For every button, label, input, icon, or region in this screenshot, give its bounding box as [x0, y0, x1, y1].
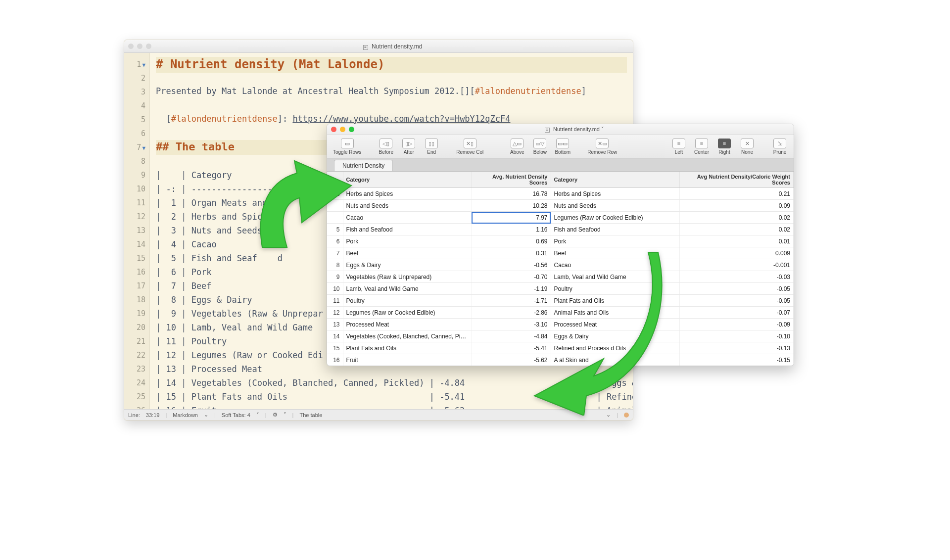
- table-row[interactable]: 14Vegetables (Cooked, Blanched, Canned, …: [327, 330, 794, 342]
- cell[interactable]: Poultry: [343, 295, 472, 307]
- cell[interactable]: -2.86: [472, 307, 551, 319]
- close-icon[interactable]: [128, 44, 134, 49]
- align-center-button[interactable]: ≡Center: [691, 138, 712, 156]
- cell[interactable]: Vegetables (Raw & Unprepared): [343, 271, 472, 283]
- cell[interactable]: -0.05: [679, 283, 794, 295]
- cell[interactable]: 10.28: [472, 200, 551, 212]
- table-row[interactable]: 6Pork0.69Pork0.01: [327, 235, 794, 247]
- cell[interactable]: 9: [327, 271, 343, 283]
- line-number[interactable]: 5: [124, 112, 149, 126]
- line-number[interactable]: 14: [124, 237, 149, 251]
- chevron-down-icon[interactable]: ⌄: [204, 412, 208, 418]
- table-row[interactable]: 11Poultry-1.71Plant Fats and Oils-0.05: [327, 295, 794, 307]
- line-number[interactable]: 22: [124, 348, 149, 362]
- cell[interactable]: 0.01: [679, 235, 794, 247]
- cell[interactable]: Eggs & Dairy: [551, 330, 679, 342]
- cell[interactable]: -4.84: [472, 330, 551, 342]
- table-row[interactable]: 8Eggs & Dairy-0.56Cacao-0.001: [327, 259, 794, 271]
- cell[interactable]: Processed Meat: [343, 319, 472, 330]
- line-number[interactable]: 24: [124, 375, 149, 389]
- minimize-icon[interactable]: [340, 127, 345, 132]
- line-number[interactable]: 2: [124, 71, 149, 85]
- cell[interactable]: Plant Fats and Oils: [551, 295, 679, 307]
- cell[interactable]: Refined and Process d Oils: [551, 342, 679, 354]
- line-number[interactable]: 15: [124, 251, 149, 265]
- toggle-rows-button[interactable]: ▭ Toggle Rows: [330, 138, 364, 156]
- data-grid[interactable]: Category Avg. Nutrient Density Scores Ca…: [327, 172, 794, 366]
- cell[interactable]: 6: [327, 235, 343, 247]
- remove-row-button[interactable]: ✕▭Remove Row: [584, 138, 620, 156]
- code-line[interactable]: Presented by Mat Lalonde at Ancestral He…: [156, 85, 627, 98]
- editor-titlebar[interactable]: ≡ Nutrient density.md: [124, 40, 633, 53]
- code-line[interactable]: [156, 98, 627, 112]
- cell[interactable]: Beef: [551, 247, 679, 259]
- line-number[interactable]: 16: [124, 265, 149, 279]
- status-line-pos[interactable]: 33:19: [146, 412, 160, 418]
- cell[interactable]: 0.69: [472, 235, 551, 247]
- cell[interactable]: Lamb, Veal and Wild Game: [343, 283, 472, 295]
- cell[interactable]: Vegetables (Cooked, Blanched, Canned, Pi…: [343, 330, 472, 342]
- code-line[interactable]: | 14 | Vegetables (Cooked, Blanched, Can…: [156, 376, 627, 390]
- cell[interactable]: -5.41: [472, 342, 551, 354]
- col-end-button[interactable]: ▯▯End: [421, 138, 442, 156]
- cell[interactable]: 0.02: [679, 212, 794, 224]
- chevron-down-icon[interactable]: ˅: [284, 412, 286, 418]
- cell[interactable]: Pork: [343, 235, 472, 247]
- table-row[interactable]: 7Beef0.31Beef0.009: [327, 247, 794, 259]
- cell[interactable]: 5: [327, 224, 343, 235]
- cell[interactable]: Herbs and Spices: [551, 188, 679, 200]
- cell[interactable]: -0.56: [472, 259, 551, 271]
- cell[interactable]: Processed Meat: [551, 319, 679, 330]
- cell[interactable]: 7: [327, 247, 343, 259]
- cell[interactable]: 14: [327, 330, 343, 342]
- header-idx[interactable]: [327, 172, 343, 188]
- align-left-button[interactable]: ≡Left: [668, 138, 690, 156]
- cell[interactable]: 16.78: [472, 188, 551, 200]
- table-row[interactable]: 5Fish and Seafood1.16Fish and Seafood0.0…: [327, 224, 794, 235]
- zoom-icon[interactable]: [146, 44, 151, 49]
- cell[interactable]: -1.19: [472, 283, 551, 295]
- table-row[interactable]: 2Herbs and Spices16.78Herbs and Spices0.…: [327, 188, 794, 200]
- cell[interactable]: Fish and Seafood: [343, 224, 472, 235]
- cell[interactable]: Cacao: [343, 212, 472, 224]
- table-row[interactable]: 12Legumes (Raw or Cooked Edible)-2.86Ani…: [327, 307, 794, 319]
- line-number[interactable]: 9: [124, 168, 149, 182]
- line-number[interactable]: 4: [124, 98, 149, 112]
- cell[interactable]: Pork: [551, 235, 679, 247]
- cell[interactable]: Animal Fats and Oils: [551, 307, 679, 319]
- cell[interactable]: -0.09: [679, 319, 794, 330]
- cell[interactable]: Beef: [343, 247, 472, 259]
- line-number[interactable]: 18: [124, 292, 149, 306]
- row-bottom-button[interactable]: ▭▭Bottom: [552, 138, 573, 156]
- cell[interactable]: 15: [327, 342, 343, 354]
- minimize-icon[interactable]: [137, 44, 142, 49]
- cell[interactable]: -0.05: [679, 295, 794, 307]
- row-below-button[interactable]: ▭▽Below: [529, 138, 551, 156]
- status-indicator-icon[interactable]: [624, 413, 629, 418]
- status-lang[interactable]: Markdown: [173, 412, 198, 418]
- zoom-icon[interactable]: [349, 127, 354, 132]
- line-number[interactable]: 17: [124, 279, 149, 292]
- line-number[interactable]: 23: [124, 362, 149, 375]
- cell[interactable]: 7.97: [472, 212, 551, 224]
- line-number[interactable]: 19: [124, 306, 149, 320]
- table-row[interactable]: Nuts and Seeds10.28Nuts and Seeds0.09: [327, 200, 794, 212]
- cell[interactable]: Legumes (Raw or Cooked Edible): [551, 212, 679, 224]
- table-row[interactable]: 15Plant Fats and Oils-5.41Refined and Pr…: [327, 342, 794, 354]
- table-row[interactable]: 16Fruit-5.62A al Skin and-0.15: [327, 354, 794, 366]
- cell[interactable]: 0.02: [679, 224, 794, 235]
- cell[interactable]: 0.09: [679, 200, 794, 212]
- line-number[interactable]: 11: [124, 195, 149, 209]
- cell[interactable]: -0.10: [679, 330, 794, 342]
- line-gutter[interactable]: 1▼234567▼8910111213141516171819202122232…: [124, 53, 150, 409]
- status-tabs[interactable]: Soft Tabs: 4: [222, 412, 250, 418]
- header-score[interactable]: Avg. Nutrient Density Scores: [472, 172, 551, 188]
- cell[interactable]: -0.13: [679, 342, 794, 354]
- chevron-down-icon[interactable]: ˅: [256, 412, 259, 418]
- line-number[interactable]: 20: [124, 320, 149, 334]
- line-number[interactable]: 10: [124, 182, 149, 195]
- tab-nutrient-density[interactable]: Nutrient Density: [334, 160, 393, 171]
- code-line[interactable]: [156, 71, 627, 85]
- col-before-button[interactable]: ◁▯Before: [375, 138, 397, 156]
- align-right-button[interactable]: ≡Right: [713, 138, 735, 156]
